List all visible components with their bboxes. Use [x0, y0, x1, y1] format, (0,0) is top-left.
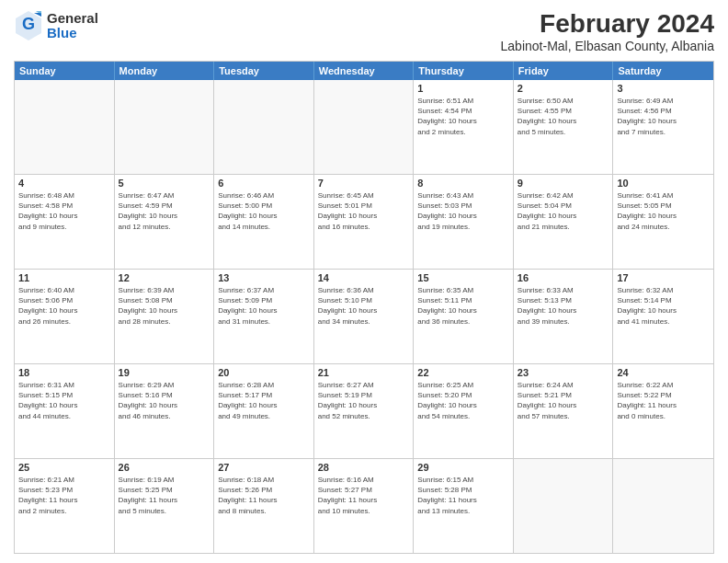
header-tuesday: Tuesday: [214, 62, 314, 80]
day-number: 8: [417, 178, 509, 189]
logo-text: General Blue: [47, 11, 98, 41]
logo-blue-text: Blue: [47, 26, 98, 41]
logo-general-text: General: [47, 11, 98, 27]
cell-text: Sunrise: 6:31 AM Sunset: 5:15 PM Dayligh…: [18, 380, 110, 421]
day-number: 24: [617, 367, 710, 378]
cell-text: Sunrise: 6:41 AM Sunset: 5:05 PM Dayligh…: [617, 190, 710, 232]
cell-text: Sunrise: 6:22 AM Sunset: 5:22 PM Dayligh…: [617, 380, 710, 421]
calendar-header: Sunday Monday Tuesday Wednesday Thursday…: [15, 62, 713, 80]
subtitle: Labinot-Mal, Elbasan County, Albania: [501, 39, 714, 53]
cal-cell-r1-c0: 4Sunrise: 6:48 AM Sunset: 4:58 PM Daylig…: [15, 175, 115, 269]
cal-cell-r0-c4: 1Sunrise: 6:51 AM Sunset: 4:54 PM Daylig…: [414, 80, 514, 174]
cal-cell-r2-c6: 17Sunrise: 6:32 AM Sunset: 5:14 PM Dayli…: [613, 270, 713, 363]
day-number: 13: [218, 272, 310, 283]
cell-text: Sunrise: 6:15 AM Sunset: 5:28 PM Dayligh…: [417, 475, 509, 516]
header: G General Blue February 2024 Labinot-Mal…: [14, 9, 714, 53]
cal-cell-r1-c3: 7Sunrise: 6:45 AM Sunset: 5:01 PM Daylig…: [314, 175, 415, 269]
cal-cell-r0-c1: [115, 80, 215, 174]
cell-text: Sunrise: 6:25 AM Sunset: 5:20 PM Dayligh…: [417, 380, 509, 421]
cell-text: Sunrise: 6:33 AM Sunset: 5:13 PM Dayligh…: [518, 285, 609, 327]
cell-text: Sunrise: 6:35 AM Sunset: 5:11 PM Dayligh…: [417, 285, 509, 327]
day-number: 5: [119, 178, 210, 189]
cell-text: Sunrise: 6:24 AM Sunset: 5:21 PM Dayligh…: [518, 380, 609, 421]
header-sunday: Sunday: [15, 62, 115, 80]
cal-cell-r1-c6: 10Sunrise: 6:41 AM Sunset: 5:05 PM Dayli…: [613, 175, 713, 269]
cal-cell-r0-c5: 2Sunrise: 6:50 AM Sunset: 4:55 PM Daylig…: [514, 80, 614, 174]
cal-cell-r4-c5: [514, 459, 614, 553]
day-number: 4: [18, 178, 110, 189]
cal-cell-r0-c3: [314, 80, 415, 174]
cal-cell-r2-c1: 12Sunrise: 6:39 AM Sunset: 5:08 PM Dayli…: [115, 270, 215, 363]
day-number: 23: [518, 367, 609, 378]
calendar: Sunday Monday Tuesday Wednesday Thursday…: [14, 61, 714, 554]
header-monday: Monday: [115, 62, 215, 80]
cell-text: Sunrise: 6:19 AM Sunset: 5:25 PM Dayligh…: [119, 475, 210, 516]
cal-cell-r2-c0: 11Sunrise: 6:40 AM Sunset: 5:06 PM Dayli…: [15, 270, 115, 363]
cal-cell-r3-c2: 20Sunrise: 6:28 AM Sunset: 5:17 PM Dayli…: [214, 364, 314, 458]
day-number: 9: [518, 178, 609, 189]
cal-cell-r0-c2: [214, 80, 314, 174]
header-wednesday: Wednesday: [314, 62, 415, 80]
cal-cell-r1-c1: 5Sunrise: 6:47 AM Sunset: 4:59 PM Daylig…: [115, 175, 215, 269]
cell-text: Sunrise: 6:46 AM Sunset: 5:00 PM Dayligh…: [218, 190, 310, 232]
cal-cell-r3-c3: 21Sunrise: 6:27 AM Sunset: 5:19 PM Dayli…: [314, 364, 415, 458]
cell-text: Sunrise: 6:43 AM Sunset: 5:03 PM Dayligh…: [417, 190, 509, 232]
logo: G General Blue: [14, 9, 98, 42]
day-number: 12: [119, 272, 210, 283]
day-number: 27: [218, 462, 310, 473]
day-number: 10: [617, 178, 710, 189]
cal-cell-r2-c3: 14Sunrise: 6:36 AM Sunset: 5:10 PM Dayli…: [314, 270, 415, 363]
day-number: 1: [417, 83, 509, 94]
cell-text: Sunrise: 6:16 AM Sunset: 5:27 PM Dayligh…: [318, 475, 410, 516]
day-number: 21: [318, 367, 410, 378]
header-thursday: Thursday: [414, 62, 514, 80]
cell-text: Sunrise: 6:28 AM Sunset: 5:17 PM Dayligh…: [218, 380, 310, 421]
day-number: 29: [417, 462, 509, 473]
cell-text: Sunrise: 6:21 AM Sunset: 5:23 PM Dayligh…: [18, 475, 110, 516]
calendar-body: 1Sunrise: 6:51 AM Sunset: 4:54 PM Daylig…: [15, 80, 713, 553]
cal-cell-r3-c0: 18Sunrise: 6:31 AM Sunset: 5:15 PM Dayli…: [15, 364, 115, 458]
cell-text: Sunrise: 6:29 AM Sunset: 5:16 PM Dayligh…: [119, 380, 210, 421]
day-number: 6: [218, 178, 310, 189]
cell-text: Sunrise: 6:48 AM Sunset: 4:58 PM Dayligh…: [18, 190, 110, 232]
cell-text: Sunrise: 6:37 AM Sunset: 5:09 PM Dayligh…: [218, 285, 310, 327]
day-number: 25: [18, 462, 110, 473]
cal-cell-r1-c5: 9Sunrise: 6:42 AM Sunset: 5:04 PM Daylig…: [514, 175, 614, 269]
logo-icon: G: [14, 9, 43, 42]
cal-cell-r2-c4: 15Sunrise: 6:35 AM Sunset: 5:11 PM Dayli…: [414, 270, 514, 363]
cal-cell-r2-c2: 13Sunrise: 6:37 AM Sunset: 5:09 PM Dayli…: [214, 270, 314, 363]
cal-row-0: 1Sunrise: 6:51 AM Sunset: 4:54 PM Daylig…: [15, 80, 713, 175]
cal-row-4: 25Sunrise: 6:21 AM Sunset: 5:23 PM Dayli…: [15, 459, 713, 553]
day-number: 17: [617, 272, 710, 283]
day-number: 11: [18, 272, 110, 283]
day-number: 16: [518, 272, 609, 283]
cal-cell-r3-c6: 24Sunrise: 6:22 AM Sunset: 5:22 PM Dayli…: [613, 364, 713, 458]
header-saturday: Saturday: [613, 62, 713, 80]
cal-row-2: 11Sunrise: 6:40 AM Sunset: 5:06 PM Dayli…: [15, 270, 713, 364]
cal-cell-r3-c1: 19Sunrise: 6:29 AM Sunset: 5:16 PM Dayli…: [115, 364, 215, 458]
day-number: 19: [119, 367, 210, 378]
cal-cell-r2-c5: 16Sunrise: 6:33 AM Sunset: 5:13 PM Dayli…: [514, 270, 614, 363]
page: G General Blue February 2024 Labinot-Mal…: [0, 0, 728, 563]
day-number: 26: [119, 462, 210, 473]
cal-cell-r1-c4: 8Sunrise: 6:43 AM Sunset: 5:03 PM Daylig…: [414, 175, 514, 269]
cal-cell-r4-c1: 26Sunrise: 6:19 AM Sunset: 5:25 PM Dayli…: [115, 459, 215, 553]
cell-text: Sunrise: 6:18 AM Sunset: 5:26 PM Dayligh…: [218, 475, 310, 516]
day-number: 2: [518, 83, 609, 94]
cell-text: Sunrise: 6:47 AM Sunset: 4:59 PM Dayligh…: [119, 190, 210, 232]
cal-cell-r0-c6: 3Sunrise: 6:49 AM Sunset: 4:56 PM Daylig…: [613, 80, 713, 174]
day-number: 22: [417, 367, 509, 378]
cell-text: Sunrise: 6:42 AM Sunset: 5:04 PM Dayligh…: [518, 190, 609, 232]
cal-cell-r3-c4: 22Sunrise: 6:25 AM Sunset: 5:20 PM Dayli…: [414, 364, 514, 458]
day-number: 18: [18, 367, 110, 378]
cal-cell-r4-c3: 28Sunrise: 6:16 AM Sunset: 5:27 PM Dayli…: [314, 459, 415, 553]
title-block: February 2024 Labinot-Mal, Elbasan Count…: [501, 9, 714, 53]
cal-cell-r4-c2: 27Sunrise: 6:18 AM Sunset: 5:26 PM Dayli…: [214, 459, 314, 553]
day-number: 20: [218, 367, 310, 378]
cell-text: Sunrise: 6:51 AM Sunset: 4:54 PM Dayligh…: [417, 96, 509, 137]
day-number: 15: [417, 272, 509, 283]
cell-text: Sunrise: 6:50 AM Sunset: 4:55 PM Dayligh…: [518, 96, 609, 137]
day-number: 28: [318, 462, 410, 473]
cal-cell-r4-c6: [613, 459, 713, 553]
cal-cell-r4-c4: 29Sunrise: 6:15 AM Sunset: 5:28 PM Dayli…: [414, 459, 514, 553]
